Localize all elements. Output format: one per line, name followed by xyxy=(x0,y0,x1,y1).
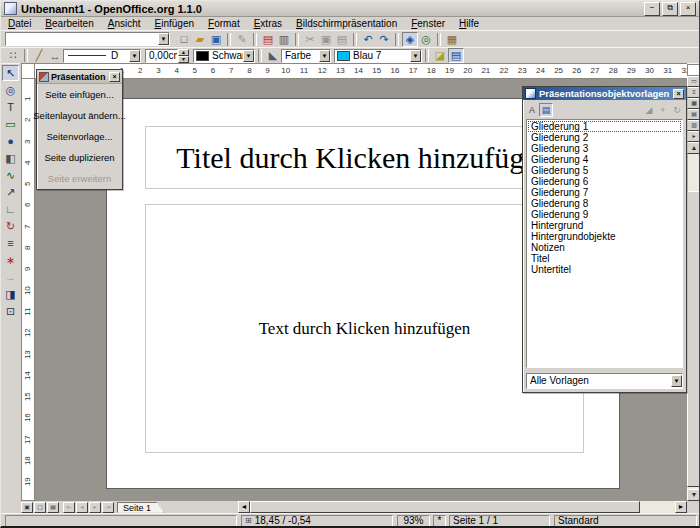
scroll-right-icon[interactable]: ► xyxy=(675,501,687,513)
body-placeholder[interactable]: Text durch Klicken hinzufügen xyxy=(145,204,584,453)
menu-item[interactable]: Fenster xyxy=(404,18,452,30)
style-list-item[interactable]: Hintergrundobjekte xyxy=(528,231,681,242)
style-list-item[interactable]: Gliederung 9 xyxy=(528,209,681,220)
master-mode-icon[interactable]: ▢ xyxy=(34,502,46,513)
redo-icon[interactable]: ↷ xyxy=(376,32,392,47)
undo-icon[interactable]: ↶ xyxy=(360,32,376,47)
menu-item[interactable]: Bearbeiten xyxy=(38,18,100,30)
layer-mode-icon[interactable]: ▤ xyxy=(47,502,59,513)
palette-item[interactable]: Seite duplizieren xyxy=(37,147,122,168)
scroll-left-icon[interactable]: ◄ xyxy=(238,501,250,513)
select-tool-icon[interactable]: ↖ xyxy=(2,65,19,81)
scroll-up-icon[interactable]: ▲ xyxy=(687,142,700,154)
effects-tool-icon[interactable]: ∗ xyxy=(2,252,19,268)
arrow-style-icon[interactable]: ↔ xyxy=(47,48,63,63)
objects-3d-tool-icon[interactable]: ◧ xyxy=(2,150,19,166)
style-filter-combobox[interactable]: Alle Vorlagen ▼ xyxy=(526,373,683,389)
page-mode-icon[interactable]: ▣ xyxy=(21,502,33,513)
fill-type-dropdown-icon[interactable]: ▼ xyxy=(319,50,330,62)
horizontal-scrollbar-thumb[interactable] xyxy=(250,501,640,513)
stylist-titlebar[interactable]: Präsentationsobjektvorlagen × xyxy=(523,87,686,100)
palette-item[interactable]: Seitenvorlage... xyxy=(37,126,122,147)
save-icon[interactable]: ▣ xyxy=(208,32,224,47)
vertical-scrollbar-thumb[interactable] xyxy=(687,191,700,487)
line-width-stepper[interactable]: ▲▼ xyxy=(178,49,189,63)
url-dropdown-icon[interactable]: ▼ xyxy=(158,33,169,45)
style-list-item[interactable]: Gliederung 7 xyxy=(528,187,681,198)
edit-file-icon[interactable]: ✎ xyxy=(234,32,250,47)
alignment-tool-icon[interactable]: ≡ xyxy=(2,235,19,251)
style-list-item[interactable]: Gliederung 3 xyxy=(528,143,681,154)
status-zoom-field[interactable]: 93% xyxy=(397,515,430,527)
slide-tab[interactable]: Seite 1 xyxy=(117,502,164,513)
effects-3d-tool-icon[interactable]: ◨ xyxy=(2,286,19,302)
presentation-palette-titlebar[interactable]: Präsentation × xyxy=(37,70,122,84)
copy-icon[interactable]: ▣ xyxy=(318,32,334,47)
fill-format-mode-icon[interactable]: ◢ xyxy=(642,103,656,117)
navigator-icon[interactable]: ◈ xyxy=(402,32,418,47)
start-presentation-icon[interactable]: ▸ xyxy=(687,131,700,142)
style-list-item[interactable]: Gliederung 4 xyxy=(528,154,681,165)
style-list-item[interactable]: Untertitel xyxy=(528,264,681,275)
update-style-icon[interactable]: ↻ xyxy=(670,103,684,117)
line-width-field[interactable]: 0,00cm xyxy=(145,49,178,63)
paste-icon[interactable]: ▤ xyxy=(334,32,350,47)
style-filter-dropdown-icon[interactable]: ▼ xyxy=(671,375,682,387)
minimize-button[interactable]: − xyxy=(644,2,660,16)
rectangle-tool-icon[interactable]: ▭ xyxy=(2,116,19,132)
fill-type-combobox[interactable]: Farbe ▼ xyxy=(281,49,331,63)
line-icon[interactable]: ╱ xyxy=(31,48,47,63)
menu-item[interactable]: Datei xyxy=(1,18,38,30)
handout-view-icon[interactable]: ▥ xyxy=(687,120,700,131)
style-list-item[interactable]: Hintergrund xyxy=(528,220,681,231)
next-slide-icon[interactable]: ▸ xyxy=(89,502,101,513)
fill-color-combobox[interactable]: Blau 7 ▼ xyxy=(334,49,422,63)
presentation-styles-icon[interactable]: ▤ xyxy=(539,103,553,117)
line-style-dropdown-icon[interactable]: ▼ xyxy=(129,50,140,62)
menu-item[interactable]: Einfügen xyxy=(148,18,201,30)
menu-item[interactable]: Format xyxy=(201,18,247,30)
style-list-item[interactable]: Gliederung 6 xyxy=(528,176,681,187)
lines-arrows-tool-icon[interactable]: ↗ xyxy=(2,184,19,200)
outline-view-icon[interactable]: ≡ xyxy=(687,87,700,98)
open-icon[interactable]: ▰ xyxy=(192,32,208,47)
edit-points-icon[interactable]: ∷ xyxy=(5,48,21,63)
stylist-close-icon[interactable]: × xyxy=(673,89,684,99)
new-style-icon[interactable]: + xyxy=(656,103,670,117)
connector-tool-icon[interactable]: ∟ xyxy=(2,201,19,217)
palette-item[interactable]: Seitenlayout ändern... xyxy=(37,105,122,126)
menu-item[interactable]: Extras xyxy=(247,18,289,30)
curve-tool-icon[interactable]: ∿ xyxy=(2,167,19,183)
zoom-tool-icon[interactable]: ◎ xyxy=(2,82,19,98)
gallery-icon[interactable]: ▦ xyxy=(444,32,460,47)
print-icon[interactable]: ▥ xyxy=(276,32,292,47)
restore-button[interactable]: ⧉ xyxy=(662,2,678,16)
rotate-tool-icon[interactable]: ↻ xyxy=(2,218,19,234)
shadow-icon[interactable]: ◪ xyxy=(432,48,448,63)
line-style-combobox[interactable]: D ▼ xyxy=(63,49,141,63)
text-tool-icon[interactable]: T xyxy=(2,99,19,115)
graphic-styles-icon[interactable]: A xyxy=(525,103,539,117)
last-slide-icon[interactable]: ⇥ xyxy=(102,502,114,513)
menu-item[interactable]: Ansicht xyxy=(101,18,148,30)
status-template-field[interactable]: Standard xyxy=(554,515,697,527)
menu-item[interactable]: Hilfe xyxy=(452,18,486,30)
style-list-item[interactable]: Gliederung 8 xyxy=(528,198,681,209)
fill-style-icon[interactable]: ◣ xyxy=(265,48,281,63)
style-list-item[interactable]: Gliederung 2 xyxy=(528,132,681,143)
title-placeholder[interactable]: Titel durch Klicken hinzufügen xyxy=(145,126,584,189)
new-document-icon[interactable]: □ xyxy=(176,32,192,47)
line-color-dropdown-icon[interactable]: ▼ xyxy=(243,50,254,62)
url-combobox[interactable]: ▼ xyxy=(5,32,170,46)
previous-slide-icon[interactable]: ◂ xyxy=(76,502,88,513)
fill-color-dropdown-icon[interactable]: ▼ xyxy=(410,50,421,62)
first-slide-icon[interactable]: ⇤ xyxy=(63,502,75,513)
style-list-item[interactable]: Titel xyxy=(528,253,681,264)
palette-item[interactable]: Seite erweitern xyxy=(37,168,122,189)
presentation-tool-icon[interactable]: ⊡ xyxy=(2,303,19,319)
palette-item[interactable]: Seite einfügen... xyxy=(37,84,122,105)
notes-view-icon[interactable]: ▤ xyxy=(687,109,700,120)
interaction-tool-icon[interactable]: → xyxy=(2,269,19,285)
horizontal-scrollbar-track[interactable] xyxy=(250,501,675,513)
presentation-styles-toggle-icon[interactable]: ▤ xyxy=(448,48,464,63)
